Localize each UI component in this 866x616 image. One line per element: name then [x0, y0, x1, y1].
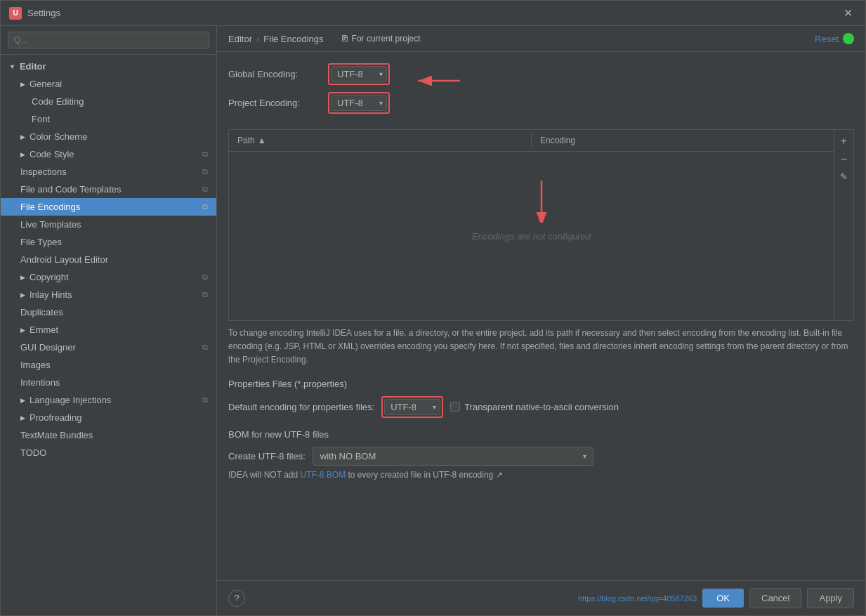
sidebar-item-label: Intentions — [20, 377, 60, 388]
sidebar-item-code-editing[interactable]: Code Editing — [1, 93, 216, 110]
copy-icon: ⧉ — [202, 395, 208, 405]
sidebar-item-live-templates[interactable]: Live Templates — [1, 216, 216, 233]
breadcrumb-current: File Encodings — [263, 34, 323, 44]
checkbox-wrapper: Transparent native-to-ascii conversion — [450, 402, 619, 412]
bom-section: BOM for new UTF-8 files Create UTF-8 fil… — [228, 429, 854, 480]
settings-window: U Settings ✕ ▼ Editor ▶ General — [0, 0, 866, 616]
sidebar-item-label: Editor — [20, 61, 46, 72]
sidebar-item-todo[interactable]: TODO — [1, 444, 216, 461]
bottom-bar: ? https://blog.csdn.net/qq=40587263 OK C… — [217, 580, 865, 615]
table-side-actions: + − ✎ — [834, 130, 853, 320]
window-title: Settings — [27, 8, 839, 18]
main-content: ▼ Editor ▶ General Code Editing Font — [1, 26, 865, 615]
cancel-button[interactable]: Cancel — [749, 588, 801, 608]
sidebar-item-intentions[interactable]: Intentions — [1, 374, 216, 391]
encoding-header: Encoding — [532, 133, 834, 148]
global-encoding-label: Global Encoding: — [228, 69, 320, 79]
reset-button[interactable]: Reset — [815, 34, 839, 44]
sidebar-item-general[interactable]: ▶ General — [1, 75, 216, 93]
bottom-actions: https://blog.csdn.net/qq=40587263 OK Can… — [570, 588, 854, 608]
breadcrumb-separator: › — [256, 34, 259, 44]
sidebar-item-label: Emmet — [29, 325, 58, 335]
encoding-table: Path ▲ Encoding Encodings are not config… — [228, 129, 854, 321]
panel-body: Global Encoding: UTF-8 ▾ — [217, 52, 865, 580]
remove-button[interactable]: − — [836, 151, 852, 168]
sidebar-item-proofreading[interactable]: ▶ Proofreading — [1, 409, 216, 426]
copy-icon: ⧉ — [202, 202, 208, 211]
project-icon: 🖹 — [341, 34, 349, 44]
panel-header: Editor › File Encodings 🖹 For current pr… — [217, 26, 865, 52]
project-encoding-select-wrapper: UTF-8 ▾ — [331, 95, 387, 111]
sidebar-item-label: Inspections — [20, 166, 67, 177]
sidebar-item-android-layout-editor[interactable]: Android Layout Editor — [1, 251, 216, 268]
copy-icon: ⧉ — [202, 273, 208, 282]
right-panel: Editor › File Encodings 🖹 For current pr… — [217, 26, 865, 615]
close-button[interactable]: ✕ — [839, 5, 857, 21]
sidebar-item-file-encodings[interactable]: File Encodings ⧉ — [1, 198, 216, 216]
sidebar-item-inspections[interactable]: Inspections ⧉ — [1, 163, 216, 181]
sidebar-item-file-and-code-templates[interactable]: File and Code Templates ⧉ — [1, 181, 216, 198]
sort-icon: ▲ — [258, 136, 266, 145]
sidebar-item-editor[interactable]: ▼ Editor — [1, 58, 216, 75]
properties-encoding-select[interactable]: UTF-8 — [384, 399, 440, 415]
bom-select-wrapper: with NO BOM with BOM ▾ — [313, 447, 593, 466]
bom-note-suffix: to every created file in UTF-8 encoding … — [346, 470, 502, 480]
sidebar-item-inlay-hints[interactable]: ▶ Inlay Hints ⧉ — [1, 286, 216, 303]
create-label: Create UTF-8 files: — [228, 451, 306, 461]
sidebar-item-label: File and Code Templates — [20, 184, 122, 195]
sidebar-item-file-types[interactable]: File Types — [1, 233, 216, 251]
sidebar-item-label: File Types — [20, 237, 62, 247]
expand-icon: ▶ — [20, 81, 25, 88]
ok-button[interactable]: OK — [702, 589, 744, 608]
expand-icon: ▶ — [20, 291, 25, 299]
expand-icon: ▶ — [20, 327, 25, 334]
sidebar-item-font[interactable]: Font — [1, 110, 216, 128]
help-button[interactable]: ? — [228, 590, 245, 607]
info-text: To change encoding IntelliJ IDEA uses fo… — [228, 327, 854, 367]
app-icon: U — [9, 7, 22, 20]
sidebar-item-label: Images — [20, 360, 51, 370]
breadcrumb: Editor › File Encodings — [228, 34, 324, 44]
nav-list: ▼ Editor ▶ General Code Editing Font — [1, 55, 216, 615]
bom-select[interactable]: with NO BOM with BOM — [313, 447, 593, 466]
properties-encoding-box: UTF-8 ▾ — [381, 396, 443, 418]
sidebar-item-textmate-bundles[interactable]: TextMate Bundles — [1, 426, 216, 444]
sidebar: ▼ Editor ▶ General Code Editing Font — [1, 26, 217, 615]
global-encoding-select[interactable]: UTF-8 — [331, 66, 387, 82]
for-current-project-button[interactable]: 🖹 For current project — [341, 34, 421, 44]
table-main: Path ▲ Encoding Encodings are not config… — [229, 130, 834, 320]
search-input[interactable] — [8, 32, 209, 48]
table-body: Encodings are not configured — [229, 152, 834, 320]
project-encoding-box: UTF-8 ▾ — [328, 92, 390, 114]
properties-row: Default encoding for properties files: U… — [228, 396, 854, 418]
sidebar-item-images[interactable]: Images — [1, 356, 216, 374]
sidebar-item-gui-designer[interactable]: GUI Designer ⧉ — [1, 339, 216, 356]
sidebar-item-code-style[interactable]: ▶ Code Style ⧉ — [1, 145, 216, 163]
expand-icon: ▼ — [9, 63, 15, 70]
properties-section-title: Properties Files (*.properties) — [228, 379, 854, 389]
sidebar-item-label: Font — [32, 114, 50, 124]
global-encoding-row: Global Encoding: UTF-8 ▾ — [228, 63, 390, 85]
sidebar-item-language-injections[interactable]: ▶ Language Injections ⧉ — [1, 391, 216, 409]
edit-button[interactable]: ✎ — [836, 169, 852, 184]
global-encoding-select-wrapper: UTF-8 ▾ — [331, 66, 387, 82]
sidebar-item-copyright[interactable]: ▶ Copyright ⧉ — [1, 268, 216, 286]
arrow-annotation — [411, 70, 467, 93]
sidebar-item-label: Code Style — [29, 149, 74, 159]
transparent-conversion-checkbox[interactable] — [450, 402, 460, 412]
sidebar-item-label: File Encodings — [20, 202, 80, 212]
copy-icon: ⧉ — [202, 185, 208, 194]
properties-encoding-select-wrapper: UTF-8 ▾ — [384, 399, 440, 415]
sidebar-item-label: TextMate Bundles — [20, 430, 93, 440]
add-button[interactable]: + — [836, 133, 852, 150]
project-encoding-select[interactable]: UTF-8 — [331, 95, 387, 111]
checkbox-label: Transparent native-to-ascii conversion — [464, 402, 619, 412]
sidebar-item-color-scheme[interactable]: ▶ Color Scheme — [1, 128, 216, 145]
sidebar-item-emmet[interactable]: ▶ Emmet — [1, 321, 216, 339]
copy-icon: ⧉ — [202, 290, 208, 299]
project-encoding-label: Project Encoding: — [228, 98, 320, 108]
global-encoding-box: UTF-8 ▾ — [328, 63, 390, 85]
expand-icon: ▶ — [20, 151, 25, 158]
apply-button[interactable]: Apply — [807, 588, 854, 608]
sidebar-item-duplicates[interactable]: Duplicates — [1, 303, 216, 321]
